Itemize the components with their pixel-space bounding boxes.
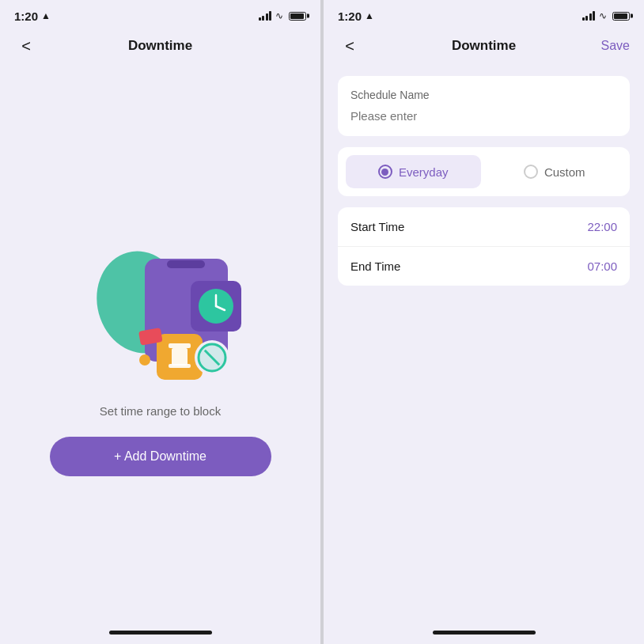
everyday-label: Everyday	[399, 165, 449, 179]
battery-icon	[289, 12, 306, 21]
subtitle-text: Set time range to block	[100, 404, 221, 418]
schedule-name-input[interactable]	[350, 109, 617, 123]
left-nav-title: Downtime	[128, 38, 192, 54]
right-content: Schedule Name Everyday Custom Start Time…	[324, 63, 644, 624]
left-status-icons: ∿	[259, 10, 307, 21]
custom-option[interactable]: Custom	[487, 155, 623, 188]
end-time-value: 07:00	[587, 259, 617, 273]
custom-label: Custom	[544, 165, 585, 179]
right-wifi-icon: ∿	[599, 10, 607, 21]
svg-point-16	[139, 354, 150, 366]
svg-rect-8	[169, 343, 191, 348]
custom-radio	[524, 165, 538, 179]
left-back-button[interactable]: <	[14, 34, 38, 58]
start-time-row[interactable]: Start Time 22:00	[338, 207, 630, 246]
left-time: 1:20 ▲	[14, 9, 51, 23]
right-time: 1:20 ▲	[338, 9, 374, 23]
start-time-value: 22:00	[587, 220, 617, 233]
save-button[interactable]: Save	[601, 39, 630, 53]
svg-rect-2	[167, 260, 205, 268]
time-card: Start Time 22:00 End Time 07:00	[338, 207, 630, 286]
left-nav-bar: < Downtime	[0, 28, 320, 63]
right-location-icon: ▲	[365, 10, 374, 21]
right-signal-icon	[582, 11, 596, 21]
schedule-name-card: Schedule Name	[338, 76, 630, 136]
right-back-button[interactable]: <	[338, 34, 362, 58]
signal-icon	[259, 11, 272, 21]
right-battery-icon	[612, 12, 630, 21]
wifi-icon: ∿	[275, 10, 283, 21]
right-nav-bar: < Downtime Save	[324, 28, 644, 63]
right-nav-title: Downtime	[452, 38, 516, 54]
left-screen: 1:20 ▲ ∿ < Downtime	[0, 0, 320, 644]
end-time-label: End Time	[350, 259, 400, 273]
time-text: 1:20	[14, 9, 38, 23]
svg-rect-10	[169, 364, 191, 368]
schedule-name-label: Schedule Name	[350, 89, 617, 101]
right-time-text: 1:20	[338, 9, 362, 23]
end-time-row[interactable]: End Time 07:00	[338, 246, 630, 286]
right-screen: 1:20 ▲ ∿ < Downtime Save Schedule Name	[324, 0, 644, 644]
right-home-indicator	[433, 631, 536, 635]
right-status-bar: 1:20 ▲ ∿	[324, 0, 644, 28]
everyday-radio	[378, 165, 392, 179]
left-home-indicator	[109, 631, 212, 635]
left-status-bar: 1:20 ▲ ∿	[0, 0, 320, 28]
add-downtime-button[interactable]: + Add Downtime	[50, 437, 271, 476]
illustration	[74, 211, 248, 385]
start-time-label: Start Time	[350, 220, 404, 233]
toggle-card: Everyday Custom	[338, 147, 630, 196]
location-icon: ▲	[41, 10, 51, 21]
everyday-option[interactable]: Everyday	[346, 155, 481, 188]
right-status-icons: ∿	[582, 10, 631, 21]
svg-rect-9	[172, 348, 188, 366]
left-content: Set time range to block + Add Downtime	[0, 63, 320, 624]
